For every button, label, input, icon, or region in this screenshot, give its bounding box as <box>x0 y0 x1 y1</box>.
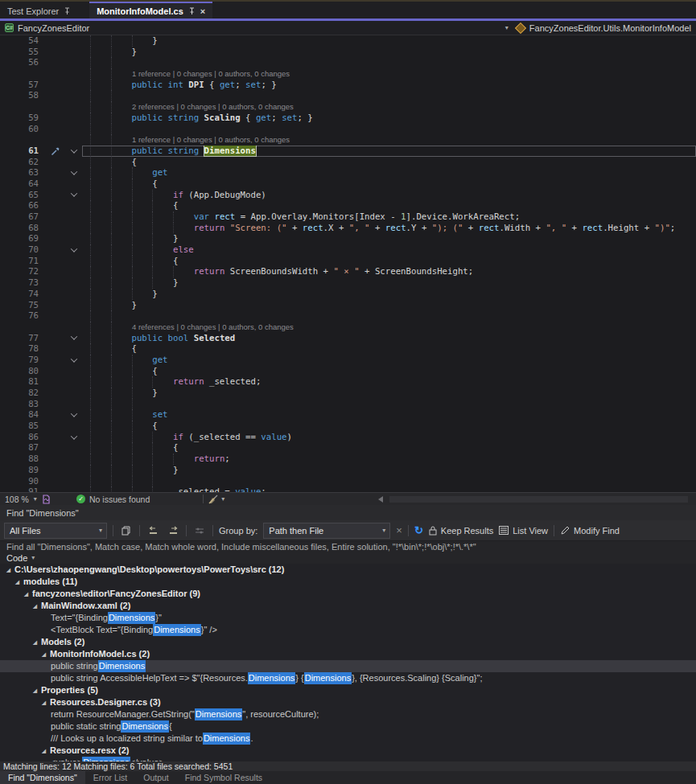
fold-margin[interactable] <box>66 146 82 157</box>
line-number[interactable]: 78 <box>0 343 45 355</box>
result-group-row[interactable]: ◢fancyzones\editor\FancyZonesEditor (9) <box>0 588 696 600</box>
fold-margin[interactable] <box>66 409 82 421</box>
fold-margin[interactable] <box>66 57 82 68</box>
code-row[interactable]: 89 } <box>0 465 696 476</box>
fold-margin[interactable] <box>66 486 82 492</box>
modify-find-button[interactable]: Modify Find <box>560 526 620 536</box>
code-row[interactable]: 61 public string Dimensions <box>0 146 696 157</box>
line-number[interactable]: 68 <box>0 223 45 234</box>
panel-tab-find-dimensions[interactable]: Find "Dimensions" <box>0 771 85 784</box>
code-row[interactable]: 62 { <box>0 157 696 168</box>
glyph-margin[interactable] <box>45 90 66 101</box>
line-number[interactable]: 77 <box>0 333 45 344</box>
fold-margin[interactable] <box>66 157 82 168</box>
codelens-info[interactable]: 2 references | 0 changes | 0 authors, 0 … <box>90 101 696 113</box>
line-number[interactable]: 74 <box>0 289 45 300</box>
fold-margin[interactable] <box>66 47 82 58</box>
fold-margin[interactable] <box>66 211 82 223</box>
fold-margin[interactable] <box>66 90 82 101</box>
collapse-chevron-icon[interactable] <box>71 411 77 417</box>
scope-dropdown[interactable]: All Files ▾ <box>4 523 107 539</box>
code-row[interactable]: 64 { <box>0 179 696 190</box>
horizontal-scrollbar[interactable] <box>389 496 688 503</box>
code-row[interactable]: 58 <box>0 90 696 101</box>
glyph-margin[interactable] <box>45 432 66 443</box>
line-number[interactable]: 60 <box>0 124 45 135</box>
line-number[interactable]: 71 <box>0 256 45 267</box>
line-number[interactable]: 79 <box>0 355 45 366</box>
code-row[interactable]: 79 get <box>0 355 696 366</box>
fold-margin[interactable] <box>66 200 82 211</box>
collapse-chevron-icon[interactable] <box>71 355 77 362</box>
fold-margin[interactable] <box>66 289 82 300</box>
fold-margin[interactable] <box>66 223 82 234</box>
result-match-row[interactable]: public string AccessibleHelpText => $"{R… <box>0 672 696 684</box>
code-row[interactable]: 67 var rect = App.Overlay.Monitors[Index… <box>0 211 696 223</box>
fold-margin[interactable] <box>66 421 82 432</box>
code-row[interactable]: 83 <box>0 399 696 410</box>
chevron-down-icon[interactable]: ▾ <box>505 24 509 31</box>
glyph-margin[interactable] <box>45 343 66 355</box>
glyph-margin[interactable] <box>45 190 66 201</box>
fold-margin[interactable] <box>66 300 82 311</box>
glyph-margin[interactable] <box>45 113 66 124</box>
line-number[interactable]: 57 <box>0 80 45 91</box>
fold-margin[interactable] <box>66 101 82 113</box>
code-row[interactable]: 70 else <box>0 244 696 256</box>
fold-margin[interactable] <box>66 134 82 146</box>
fold-margin[interactable] <box>66 277 82 289</box>
glyph-margin[interactable] <box>45 277 66 289</box>
collapse-chevron-icon[interactable] <box>71 191 77 197</box>
codelens-row[interactable]: 1 reference | 0 changes | 0 authors, 0 c… <box>0 68 696 80</box>
glyph-margin[interactable] <box>45 233 66 244</box>
quick-actions-screwdriver-icon[interactable] <box>51 146 60 156</box>
line-number[interactable]: 65 <box>0 190 45 201</box>
line-number[interactable]: 89 <box>0 465 45 476</box>
cancel-search-icon[interactable]: × <box>396 524 402 536</box>
line-number[interactable]: 61 <box>0 146 45 157</box>
glyph-margin[interactable] <box>45 409 66 421</box>
fold-margin[interactable] <box>66 442 82 454</box>
collapse-chevron-icon[interactable] <box>71 168 77 174</box>
line-number[interactable]: 86 <box>0 432 45 443</box>
fold-margin[interactable] <box>66 333 82 344</box>
glyph-margin[interactable] <box>45 134 66 146</box>
code-row[interactable]: 65 if (App.DebugMode) <box>0 190 696 201</box>
glyph-margin[interactable] <box>45 146 66 157</box>
code-row[interactable]: 59 public string Scaling { get; set; } <box>0 113 696 124</box>
fold-margin[interactable] <box>66 266 82 277</box>
glyph-margin[interactable] <box>45 244 66 256</box>
line-number[interactable]: 88 <box>0 454 45 465</box>
result-group-row[interactable]: ◢Resources.resx (2) <box>0 745 696 757</box>
line-number[interactable]: 82 <box>0 388 45 399</box>
glyph-margin[interactable] <box>45 266 66 277</box>
tree-expanded-icon[interactable]: ◢ <box>33 684 37 696</box>
glyph-margin[interactable] <box>45 442 66 454</box>
fold-margin[interactable] <box>66 388 82 399</box>
code-row[interactable]: 76 <box>0 310 696 322</box>
line-number[interactable]: 69 <box>0 233 45 244</box>
line-number[interactable]: 54 <box>0 35 45 47</box>
result-match-row[interactable]: /// Looks up a localized string similar … <box>0 733 696 745</box>
fold-margin[interactable] <box>66 124 82 135</box>
glyph-margin[interactable] <box>45 124 66 135</box>
tree-expanded-icon[interactable]: ◢ <box>42 648 46 660</box>
result-match-row[interactable]: Text="{Binding Dimensions}" <box>0 612 696 624</box>
line-number[interactable]: 62 <box>0 157 45 168</box>
fold-margin[interactable] <box>66 190 82 201</box>
code-row[interactable]: 63 get <box>0 167 696 179</box>
line-number[interactable]: 59 <box>0 113 45 124</box>
code-row[interactable]: 71 { <box>0 256 696 267</box>
result-group-row[interactable]: ◢MainWindow.xaml (2) <box>0 600 696 612</box>
line-number[interactable]: 83 <box>0 399 45 410</box>
fold-margin[interactable] <box>66 68 82 80</box>
panel-tab-find-symbol-results[interactable]: Find Symbol Results <box>177 771 270 784</box>
fold-margin[interactable] <box>66 355 82 366</box>
fold-margin[interactable] <box>66 476 82 487</box>
glyph-margin[interactable] <box>45 211 66 223</box>
line-number[interactable]: 56 <box>0 57 45 68</box>
previous-location-icon[interactable] <box>146 523 160 538</box>
fold-margin[interactable] <box>66 167 82 179</box>
code-row[interactable]: 78 { <box>0 343 696 355</box>
result-group-row[interactable]: ◢MonitorInfoModel.cs (2) <box>0 648 696 660</box>
